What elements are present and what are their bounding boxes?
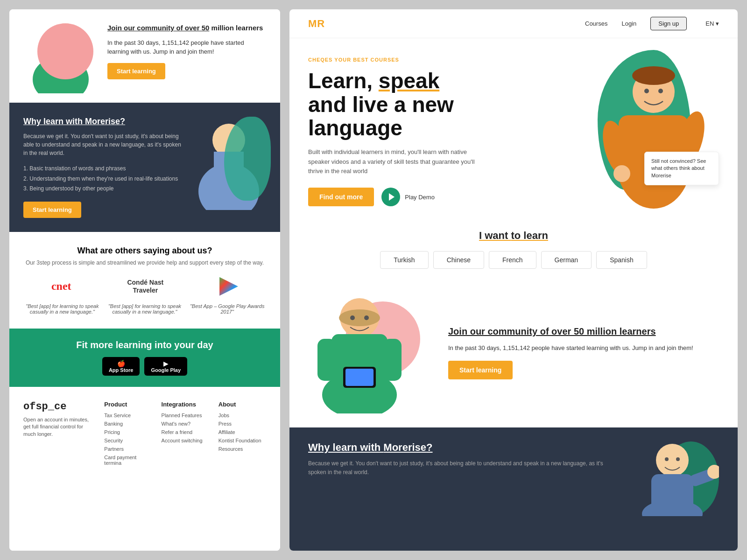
footer-account[interactable]: Account switching	[162, 438, 209, 443]
left-person-image	[23, 19, 98, 93]
why-suffix: ?	[426, 441, 432, 453]
cnet-logo: cnet	[51, 280, 71, 293]
why-heading-text: Why learn with	[23, 117, 85, 126]
community-right-content: Join our community of over 50 million le…	[448, 326, 719, 379]
play-store-icon: ▶	[163, 360, 169, 367]
why-start-button[interactable]: Start learning	[23, 202, 81, 218]
svg-rect-23	[345, 369, 374, 386]
footer-brand-col: ofsp_ce Open an account in minutes, get …	[23, 401, 95, 469]
footer-about-heading: About	[218, 401, 266, 408]
footer-resources[interactable]: Resources	[218, 446, 266, 452]
traveler-bottom: Traveler	[133, 287, 158, 294]
lang-tab-chinese[interactable]: Chinese	[433, 251, 484, 269]
find-out-more-button[interactable]: Find out more	[308, 188, 374, 206]
app-store-label: App Store	[109, 367, 134, 373]
right-why-section: Why learn with Morerise? Because we get …	[289, 427, 738, 551]
traveler-logo: Condé Nast Traveler	[127, 279, 163, 294]
why-text: Why learn with	[308, 441, 383, 453]
right-dark-person	[626, 441, 719, 516]
join-link[interactable]: Join our community of over 50	[107, 24, 209, 32]
footer-kontist[interactable]: Kontist Foundation	[218, 438, 266, 443]
review-quote-3: "Best App – Google Play Awards 2017"	[188, 303, 266, 315]
footer-jobs[interactable]: Jobs	[218, 413, 266, 418]
footer-affiliate[interactable]: Affiliate	[218, 429, 266, 435]
cta-heading: Fit more learning into your day	[23, 340, 266, 350]
hero-content: CHEQES YOUR BEST COURSES Learn, speak an…	[308, 57, 542, 206]
apple-icon: 🍎	[117, 360, 125, 367]
footer-new[interactable]: What's new?	[162, 421, 209, 427]
nav-login[interactable]: Login	[621, 20, 636, 27]
start-learning-button[interactable]: Start learning	[107, 63, 165, 79]
language-title: I want to learn	[308, 230, 719, 242]
join-our-link[interactable]: Join our	[448, 326, 485, 336]
logo-m: M	[308, 18, 317, 29]
left-why-section: Why learn with Morerise? Because we get …	[9, 103, 280, 232]
hero-title-speak: speak	[379, 69, 439, 93]
google-play-button[interactable]: ▶ Google Play	[144, 357, 187, 376]
hero-person: Still not convinced? See what others thi…	[588, 59, 719, 204]
app-buttons: 🍎 App Store ▶ Google Play	[23, 357, 266, 376]
right-why-content: Why learn with Morerise? Because we get …	[308, 441, 612, 477]
reviews-desc: Our 3step process is simple and streamli…	[23, 259, 266, 266]
play-demo-button[interactable]: Play Demo	[381, 188, 435, 206]
nav-links: Courses Login Sign up EN ▾	[585, 17, 719, 30]
footer-refer[interactable]: Refer a friend	[162, 429, 209, 435]
hero-section: CHEQES YOUR BEST COURSES Learn, speak an…	[289, 38, 738, 220]
footer-card[interactable]: Card payment termina	[104, 455, 152, 466]
right-community-section: Join our community of over 50 million le…	[289, 283, 738, 427]
footer-pricing[interactable]: Pricing	[104, 429, 152, 435]
review-quote-2: "Best [app] for learning to speak casual…	[106, 303, 184, 315]
left-reviews-section: What are others saying about us? Our 3st…	[9, 232, 280, 329]
google-play-icon	[219, 277, 238, 296]
lang-tab-french[interactable]: French	[489, 251, 536, 269]
footer-tax[interactable]: Tax Service	[104, 413, 152, 418]
footer-security[interactable]: Security	[104, 438, 152, 443]
why-point-1: 1. Basic translation of words and phrase…	[23, 164, 182, 174]
footer-partners[interactable]: Partners	[104, 446, 152, 452]
lang-tab-turkish[interactable]: Turkish	[380, 251, 428, 269]
app-store-button[interactable]: 🍎 App Store	[102, 357, 140, 376]
svg-point-7	[632, 66, 675, 85]
footer-about-list: Jobs Press Affiliate Kontist Foundation …	[218, 413, 266, 452]
svg-point-24	[350, 315, 355, 320]
pink-blob	[37, 23, 93, 79]
dark-person-svg	[626, 441, 719, 516]
hero-title-line2: and live a new	[308, 92, 454, 117]
footer-press[interactable]: Press	[218, 421, 266, 427]
svg-point-26	[656, 444, 689, 476]
right-why-heading: Why learn with Morerise?	[308, 441, 612, 454]
svg-point-31	[665, 457, 669, 461]
footer-banking[interactable]: Banking	[104, 421, 152, 427]
hero-person-svg	[588, 59, 719, 209]
logo: MR	[308, 18, 325, 30]
lang-tab-spanish[interactable]: Spanish	[596, 251, 647, 269]
footer-brand-desc: Open an account in minutes, get full fin…	[23, 416, 95, 438]
left-cta-banner: Fit more learning into your day 🍎 App St…	[9, 329, 280, 387]
footer-integrations-col: Integrations Planned Features What's new…	[162, 401, 209, 469]
community-heading: Join our community of over 50 million le…	[448, 326, 719, 337]
review-quotes: "Best [app] for learning to speak casual…	[23, 303, 266, 315]
footer-product-list: Tax Service Banking Pricing Security Par…	[104, 413, 152, 466]
million-text: million learners	[211, 24, 263, 32]
svg-rect-20	[317, 339, 336, 381]
svg-point-15	[658, 89, 663, 93]
nav-courses[interactable]: Courses	[585, 20, 607, 27]
start-learning-button[interactable]: Start learning	[448, 361, 513, 379]
left-community-content: Join our community of over 50 million le…	[107, 19, 266, 79]
lang-tab-german[interactable]: German	[541, 251, 592, 269]
svg-point-28	[642, 500, 703, 516]
language-section: I want to learn Turkish Chinese French G…	[289, 220, 738, 283]
nav-signup-button[interactable]: Sign up	[650, 17, 687, 30]
why-points: 1. Basic translation of words and phrase…	[23, 164, 182, 194]
footer-grid: ofsp_ce Open an account in minutes, get …	[23, 401, 266, 469]
traveler-top: Condé Nast	[127, 279, 163, 286]
footer-planned[interactable]: Planned Features	[162, 413, 209, 418]
review-logos: cnet Condé Nast Traveler	[23, 277, 266, 296]
google-play-label: Google Play	[151, 367, 181, 373]
why-heading: Why learn with Morerise?	[23, 117, 182, 126]
footer-integrations-list: Planned Features What's new? Refer a fri…	[162, 413, 209, 443]
nav-language[interactable]: EN ▾	[705, 20, 719, 27]
svg-point-32	[676, 457, 680, 461]
left-why-person	[191, 117, 266, 218]
footer-about-col: About Jobs Press Affiliate Kontist Found…	[218, 401, 266, 469]
